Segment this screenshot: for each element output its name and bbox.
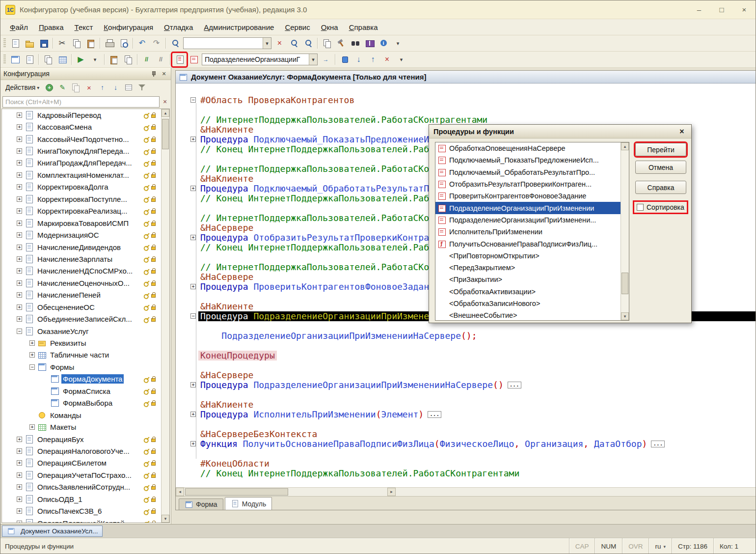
copy-fragment-button[interactable]: [41, 53, 55, 66]
menu-file[interactable]: Файл: [4, 21, 33, 34]
expand-icon[interactable]: +: [17, 316, 22, 322]
checkbox-icon[interactable]: [637, 204, 644, 211]
procedure-list-item[interactable]: ПодразделениеОрганизацииПриИзменении: [435, 202, 621, 214]
start-debugging-button[interactable]: ▶: [74, 53, 88, 66]
cancel-button[interactable]: Отмена: [635, 161, 686, 174]
tree-item[interactable]: +ОписьЗаявленийСотрудн...: [2, 481, 161, 493]
undo-button[interactable]: ↶: [135, 37, 149, 50]
compare-files-button[interactable]: [320, 37, 334, 50]
find-previous-button[interactable]: [301, 37, 315, 50]
fold-expand-icon[interactable]: +: [190, 186, 196, 191]
procedure-list-item[interactable]: ОбработкаОповещенияНаСервере: [435, 142, 621, 154]
procedure-list-item[interactable]: Подключаемый_ОбработатьРезультатПро...: [435, 166, 621, 178]
expand-icon[interactable]: +: [17, 124, 22, 130]
tree-item[interactable]: +Макеты: [2, 421, 161, 433]
expand-icon[interactable]: +: [17, 245, 22, 250]
collapse-icon[interactable]: −: [17, 329, 22, 334]
save-document-button[interactable]: [36, 37, 51, 50]
tree-item[interactable]: +НачислениеПеней: [2, 289, 161, 301]
expand-icon[interactable]: +: [17, 472, 22, 478]
menu-configuration[interactable]: Конфигурация: [98, 21, 159, 34]
comment-lines-button[interactable]: //: [139, 53, 154, 66]
tree-item[interactable]: +КассовыйЧекПодотчетно...: [2, 133, 161, 145]
fold-expand-icon[interactable]: +: [190, 284, 196, 289]
new-document-button[interactable]: [8, 37, 22, 50]
expand-icon[interactable]: +: [17, 221, 22, 226]
fold-expand-icon[interactable]: +: [190, 382, 196, 388]
next-bookmark-button[interactable]: ↓: [351, 53, 366, 66]
tree-item[interactable]: Команды: [2, 409, 161, 421]
search-input[interactable]: [2, 96, 160, 108]
tab-module[interactable]: Модуль: [225, 497, 272, 510]
tree-item[interactable]: +ОперацияНалоговогоУче...: [2, 445, 161, 457]
dropdown-arrow-icon[interactable]: [263, 38, 271, 49]
expand-icon[interactable]: +: [17, 280, 22, 286]
tree-item[interactable]: −Формы: [2, 361, 161, 373]
scroll-down-icon[interactable]: ▾: [162, 515, 169, 523]
tree-item[interactable]: +ОплатаПлатежнойКартой: [2, 517, 161, 523]
copy-button[interactable]: [69, 37, 83, 50]
tree-item[interactable]: +НачислениеЗарплаты: [2, 253, 161, 265]
tree-item[interactable]: +ОписьПачекСЗВ_6: [2, 505, 161, 517]
menu-administration[interactable]: Администрирование: [198, 21, 279, 34]
about-button[interactable]: [377, 37, 391, 50]
expand-icon[interactable]: +: [17, 112, 22, 118]
go-button[interactable]: Перейти: [635, 143, 686, 156]
search-clear-icon[interactable]: ×: [161, 98, 169, 106]
expand-icon[interactable]: +: [17, 232, 22, 238]
print-preview-button[interactable]: [116, 37, 131, 50]
filter-button[interactable]: [135, 82, 148, 93]
uncomment-lines-button[interactable]: //: [154, 53, 168, 66]
tree-scrollbar[interactable]: ▴ ▾: [161, 109, 169, 523]
tree-item[interactable]: ФормаСписка: [2, 385, 161, 397]
fold-expand-icon[interactable]: +: [190, 137, 196, 142]
syntax-check-button[interactable]: [334, 37, 348, 50]
toolbar-more-button[interactable]: ▾: [391, 37, 405, 50]
dialog-scrollbar[interactable]: ▴ ▾: [621, 142, 629, 320]
format-block-button[interactable]: [55, 53, 69, 66]
help-contents-button[interactable]: [362, 37, 377, 50]
open-module-button[interactable]: [22, 53, 36, 66]
procedure-list-item[interactable]: <ПриПовторномОткрытии>: [435, 250, 621, 262]
delete-button[interactable]: ×: [82, 82, 95, 93]
expand-icon[interactable]: +: [17, 497, 22, 502]
add-button[interactable]: [43, 82, 55, 93]
collapse-icon[interactable]: −: [29, 364, 35, 370]
procedure-list-item[interactable]: Подключаемый_ПоказатьПредложениеИсп...: [435, 154, 621, 166]
menu-windows[interactable]: Окна: [316, 21, 344, 34]
procedure-list-item[interactable]: <ОбработкаЗаписиНового>: [435, 298, 621, 309]
toolbar-grip[interactable]: [3, 38, 6, 48]
procedures-functions-button[interactable]: [172, 53, 187, 66]
dialog-scroll-thumb[interactable]: [621, 273, 628, 294]
tab-form[interactable]: Форма: [179, 499, 223, 510]
open-form-button[interactable]: [8, 53, 22, 66]
expand-icon[interactable]: +: [17, 437, 22, 442]
procedure-list-item[interactable]: ИсполнительПриИзменении: [435, 226, 621, 238]
tree-item[interactable]: +ОписьОДВ_1: [2, 493, 161, 505]
procedure-list-item[interactable]: ОтобразитьРезультатПроверкиКонтраген...: [435, 178, 621, 190]
language-selector[interactable]: ru: [648, 538, 672, 554]
expand-icon[interactable]: +: [17, 305, 22, 310]
menu-service[interactable]: Сервис: [279, 21, 315, 34]
close-button[interactable]: ×: [733, 0, 756, 19]
tree-item[interactable]: +ОбесценениеОС: [2, 301, 161, 313]
expand-icon[interactable]: +: [17, 148, 22, 154]
editor-horizontal-scrollbar[interactable]: ◂ ▸: [176, 487, 756, 496]
tree-item[interactable]: +Табличные части: [2, 349, 161, 361]
scroll-down-icon[interactable]: ▾: [621, 312, 629, 320]
edit-button[interactable]: ✎: [56, 82, 69, 93]
tree-item[interactable]: +ОперацияУчетаПоСтрахо...: [2, 469, 161, 481]
expand-icon[interactable]: +: [29, 340, 35, 346]
actions-menu-button[interactable]: Действия: [2, 82, 42, 93]
tree-item[interactable]: +ОперацияСБилетом: [2, 457, 161, 469]
menu-help[interactable]: Справка: [344, 21, 383, 34]
toolbar-more-button-2[interactable]: ▾: [394, 53, 408, 66]
open-document-button[interactable]: [22, 37, 36, 50]
collapsed-code-icon[interactable]: ...: [651, 441, 665, 447]
tree-item[interactable]: −ОказаниеУслуг: [2, 325, 161, 337]
cut-button[interactable]: ✂: [55, 37, 69, 50]
move-up-button[interactable]: ↑: [96, 82, 108, 93]
sort-order-button[interactable]: [122, 82, 135, 93]
scroll-track[interactable]: [184, 488, 387, 496]
procedure-combo[interactable]: ПодразделениеОрганизацииГ: [202, 54, 318, 65]
